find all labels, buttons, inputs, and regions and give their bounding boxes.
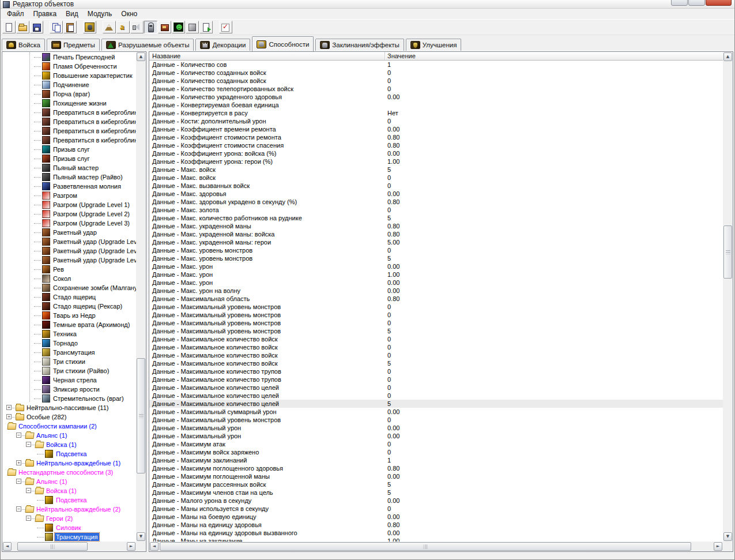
scroll-up-button[interactable]: ▲ (723, 52, 732, 61)
tree-folder-row[interactable]: −Войска (1) (3, 486, 136, 495)
collapse-icon[interactable]: − (26, 488, 31, 493)
tree-item-row[interactable]: Подчинение (3, 80, 136, 89)
test-map-button[interactable] (219, 21, 232, 33)
property-row[interactable]: Данные - Коэффициент стоимости спасения0… (149, 141, 723, 149)
tree-item-row[interactable]: Повышение характеристик (3, 71, 136, 80)
tree-folder-row[interactable]: Нестандартные способности (3) (3, 468, 136, 477)
tree-item-row[interactable]: Тварь из Недр (3, 311, 136, 320)
scroll-right-button[interactable]: ► (127, 542, 135, 551)
tree-item-row[interactable]: Ракетный удар (Upgrade Lev (3, 237, 136, 246)
scroll-right-button[interactable]: ► (714, 542, 722, 551)
property-row[interactable]: Данные - Макс. уровень монстров5 (149, 254, 723, 262)
property-row[interactable]: Данные - Максимальное количество трупов0 (149, 375, 723, 384)
tree-item-row[interactable]: Стадо ящериц (3, 292, 136, 302)
tree-item-row[interactable]: Пьяный мастер (Райво) (3, 172, 136, 182)
tab-5[interactable]: Заклинания/эффекты (315, 39, 404, 51)
menu-item-0[interactable]: Файл (2, 9, 29, 18)
maximize-button[interactable] (688, 0, 705, 6)
property-row[interactable]: Данные - Максимальное количество войск5 (149, 359, 723, 367)
property-row[interactable]: Данные - Максимальное количество войск0 (149, 335, 723, 343)
menu-item-3[interactable]: Модуль (83, 9, 117, 18)
collapse-icon[interactable]: − (16, 479, 21, 484)
tree-item-row[interactable]: Сохранение зомби (Малгану (3, 283, 136, 292)
scroll-left-button[interactable]: ◄ (150, 542, 159, 551)
property-row[interactable]: Данные - Максимальное количество трупов0 (149, 367, 723, 375)
property-row[interactable]: Данные - Конвертируется в расуНет (149, 109, 723, 117)
script-editor-button[interactable] (116, 21, 130, 33)
property-row[interactable]: Данные - Маны на единицу здоровья0.80 (149, 521, 723, 529)
tree-item-row[interactable]: Силовик (3, 523, 136, 532)
properties-horizontal-scrollbar[interactable]: ◄ ► (149, 542, 723, 551)
expand-icon[interactable]: + (6, 405, 12, 410)
tree-item-row[interactable]: Похищение жизни (3, 99, 136, 108)
menu-item-4[interactable]: Окно (116, 9, 142, 18)
tree-item-row[interactable]: Темные врата (Архимонд) (3, 320, 136, 329)
scroll-up-button[interactable]: ▲ (137, 52, 145, 61)
minimize-button[interactable] (671, 0, 688, 6)
abilities-fist-button[interactable] (83, 21, 96, 33)
property-row[interactable]: Данные - Макс. украденной маны: войска0.… (149, 230, 723, 238)
column-header-name[interactable]: Название (149, 52, 385, 60)
import-manager-button[interactable] (199, 21, 213, 33)
property-row[interactable]: Данные - Малого урона в секунду0.00 (149, 497, 723, 505)
close-button[interactable] (706, 0, 732, 6)
tree-folder-row[interactable]: +Особые (282) (3, 412, 136, 422)
property-row[interactable]: Данные - Максимум войск заряжено0 (149, 448, 723, 456)
property-row[interactable]: Данные - Макс. уровень монстров0 (149, 246, 723, 254)
menu-item-1[interactable]: Правка (29, 9, 62, 18)
save-map-button[interactable] (30, 21, 43, 33)
property-row[interactable]: Данные - Конвертируемая боевая единица (149, 101, 723, 109)
property-row[interactable]: Данные - Макс. здоровья украдено в секун… (149, 198, 723, 206)
tree-folder-row[interactable]: −Альянс (1) (3, 477, 136, 486)
tree-item-row[interactable]: Стадо ящериц (Рексар) (3, 302, 136, 311)
property-row[interactable]: Данные - Максимальное количество целей0 (149, 392, 723, 400)
collapse-icon[interactable]: − (16, 433, 21, 438)
property-row[interactable]: Данные - Максимум поглощенной маны0.00 (149, 472, 723, 480)
paste-button[interactable] (63, 21, 77, 33)
property-row[interactable]: Данные - Коэффициент стоимости ремонта0.… (149, 133, 723, 141)
property-row[interactable]: Данные - Маны используется в секунду0 (149, 505, 723, 513)
property-row[interactable]: Данные - Максимум атак0 (149, 440, 723, 448)
tree-item-row[interactable]: Торнадо (3, 339, 136, 348)
property-row[interactable]: Данные - Кости: дополнительный урон0 (149, 117, 723, 125)
property-row[interactable]: Данные - Макс. украденной маны: герои5.0… (149, 238, 723, 246)
properties-vertical-scrollbar[interactable]: ▲ ▼ (723, 52, 733, 542)
tree-item-row[interactable]: Ракетный удар (Upgrade Lev (3, 246, 136, 255)
tree-vscroll-thumb[interactable] (137, 358, 145, 473)
tree-item-row[interactable]: Техника (3, 329, 136, 339)
property-row[interactable]: Данные - Коэффициент урона: герои (%)1.0… (149, 157, 723, 166)
tree-item-row[interactable]: Три стихии (3, 357, 136, 366)
scroll-down-button[interactable]: ▼ (723, 532, 732, 541)
property-row[interactable]: Данные - Макс. урон1.00 (149, 270, 723, 279)
property-row[interactable]: Данные - Максимальный урон0.00 (149, 424, 723, 432)
property-row[interactable]: Данные - Коэффициент урона: войска (%)0.… (149, 149, 723, 157)
property-row[interactable]: Данные - Макс. вызванных войск0 (149, 182, 723, 190)
collapse-icon[interactable]: − (26, 442, 31, 447)
tree-item-row[interactable]: Разгром (Upgrade Level 2) (3, 209, 136, 219)
tree-item-row[interactable]: Разгром (3, 191, 136, 200)
collapse-icon[interactable]: − (26, 516, 31, 521)
tree-item-row[interactable]: Три стихии (Райво) (3, 366, 136, 375)
property-row[interactable]: Данные - Количество украденного здоровья… (149, 93, 723, 101)
property-row[interactable]: Данные - Максимальный уровень монстров5 (149, 327, 723, 335)
property-row[interactable]: Данные - Макс. урон0.00 (149, 279, 723, 287)
sound-editor-button[interactable] (130, 21, 144, 33)
new-document-button[interactable] (2, 21, 16, 33)
property-row[interactable]: Данные - Макс. здоровья0.00 (149, 190, 723, 198)
tree-item-row[interactable]: Черная стрела (3, 375, 136, 385)
tab-1[interactable]: Предметы (47, 39, 100, 51)
tree-item-row[interactable]: Ракетный удар (Upgrade Lev (3, 255, 136, 265)
tree-item-row[interactable]: Превратиться в кибергоблин (3, 117, 136, 126)
property-row[interactable]: Данные - Количество сов1 (149, 61, 723, 69)
tree-item-row[interactable]: Подсветка (3, 449, 136, 458)
titlebar[interactable]: Редактор объектов (1, 0, 734, 9)
tab-4[interactable]: Способности (252, 36, 314, 51)
tree-item-row[interactable]: Печать Преисподней (3, 52, 136, 62)
property-row[interactable]: Данные - Максимальное количество войск0 (149, 343, 723, 351)
property-row[interactable]: Данные - Максимальный уровень монстров0 (149, 311, 723, 319)
tree-folder-row[interactable]: +Нейтрально-враждебные (1) (3, 458, 136, 468)
tree-item-row[interactable]: Сокол (3, 274, 136, 283)
tree-item-row[interactable]: Разгром (Upgrade Level 3) (3, 219, 136, 228)
tree-item-row[interactable]: Пламя Обреченности (3, 62, 136, 71)
property-row[interactable]: Данные - Максимальное количество целей0 (149, 384, 723, 392)
